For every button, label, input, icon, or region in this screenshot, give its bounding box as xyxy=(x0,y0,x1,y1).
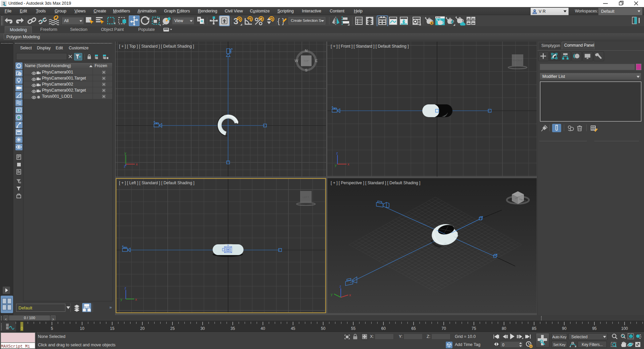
svg-text:[ + ] [ Left ] [ Standard ] [: [ + ] [ Left ] [ Standard ] [ Default Sh… xyxy=(119,181,194,185)
svg-text:30: 30 xyxy=(200,326,205,331)
svg-text:80: 80 xyxy=(502,326,506,331)
svg-text:y: y xyxy=(335,163,337,167)
svg-text:z: z xyxy=(339,284,341,288)
svg-text:W: W xyxy=(295,59,299,63)
svg-text:S: S xyxy=(305,68,308,72)
svg-text:z: z xyxy=(124,286,126,290)
svg-text:35: 35 xyxy=(230,326,235,331)
svg-text:[ + ] [ Perspective ] [ Standa: [ + ] [ Perspective ] [ Standard ] [ Def… xyxy=(331,181,420,185)
svg-text:x: x xyxy=(135,297,137,301)
svg-text:20: 20 xyxy=(140,326,145,331)
svg-text:y: y xyxy=(124,151,126,155)
svg-text:E: E xyxy=(315,59,318,63)
svg-text:85: 85 xyxy=(532,326,537,331)
svg-text:y: y xyxy=(331,292,333,296)
svg-text:[ + ] [ Top ] [ Standard ] [ D: [ + ] [ Top ] [ Standard ] [ Default Sha… xyxy=(119,44,194,49)
svg-text:100: 100 xyxy=(621,326,628,331)
svg-text:70: 70 xyxy=(441,326,446,331)
svg-text:15: 15 xyxy=(110,326,115,331)
svg-text:50: 50 xyxy=(321,326,326,331)
svg-text:45: 45 xyxy=(291,326,296,331)
svg-text:5: 5 xyxy=(51,326,53,331)
svg-text:60: 60 xyxy=(381,326,386,331)
svg-text:95: 95 xyxy=(592,326,597,331)
svg-text:0: 0 xyxy=(21,326,23,331)
svg-text:75: 75 xyxy=(472,326,476,331)
svg-text:z: z xyxy=(336,151,338,155)
svg-text:90: 90 xyxy=(562,326,567,331)
svg-text:40: 40 xyxy=(261,326,265,331)
svg-text:x: x xyxy=(349,293,351,297)
svg-text:10: 10 xyxy=(80,326,85,331)
svg-text:z: z xyxy=(124,164,126,168)
svg-text:FRONT: FRONT xyxy=(513,59,522,62)
svg-text:y: y xyxy=(120,297,122,301)
svg-text:65: 65 xyxy=(411,326,416,331)
svg-text:55: 55 xyxy=(351,326,356,331)
svg-text:TOP: TOP xyxy=(304,59,309,62)
svg-text:25: 25 xyxy=(170,326,175,331)
svg-text:[ + ] [ Front ] [ Standard ] [: [ + ] [ Front ] [ Standard ] [ Default S… xyxy=(331,44,409,49)
svg-text:x: x xyxy=(136,162,138,166)
svg-text:LEFT: LEFT xyxy=(303,196,309,199)
svg-text:N: N xyxy=(305,49,308,53)
svg-text:x: x xyxy=(347,162,350,166)
